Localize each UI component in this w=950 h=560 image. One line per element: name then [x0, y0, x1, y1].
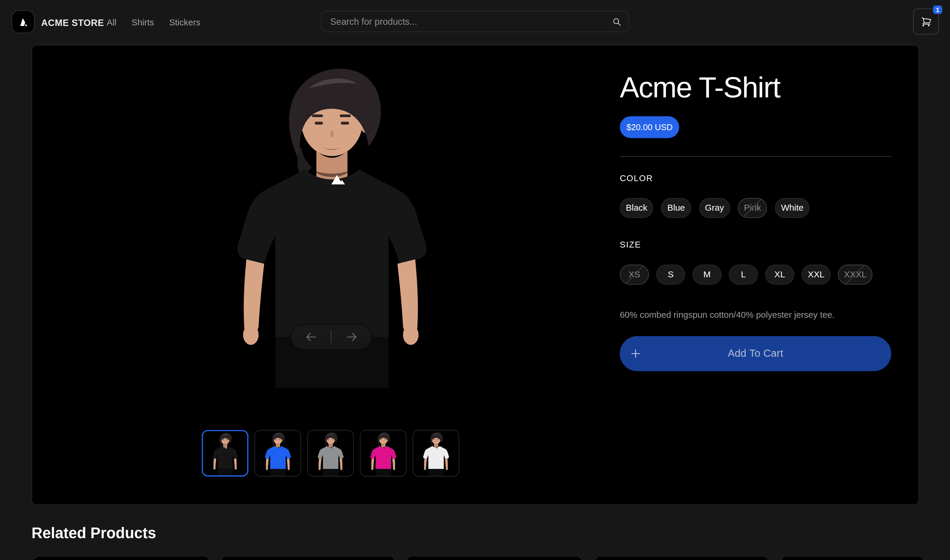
product-card: Acme T-Shirt $20.00 USD COLOR Black Blue… — [32, 45, 919, 505]
image-carousel-controls — [290, 324, 372, 350]
cart-count-badge: 1 — [933, 5, 942, 14]
color-options: Black Blue Gray Pink White — [620, 198, 810, 218]
arrow-right-icon — [346, 331, 357, 343]
size-option-xxl[interactable]: XXL — [802, 265, 831, 285]
color-option-label: COLOR — [620, 173, 653, 183]
thumbnail-gray[interactable] — [307, 429, 354, 476]
related-products-heading: Related Products — [32, 524, 156, 542]
related-product-card[interactable] — [594, 556, 769, 560]
search-bar — [321, 11, 629, 32]
thumbnail-black[interactable] — [202, 429, 248, 476]
size-option-m[interactable]: M — [692, 265, 722, 285]
add-to-cart-button[interactable]: Add To Cart — [620, 336, 891, 371]
color-option-pink[interactable]: Pink — [738, 198, 767, 218]
search-input[interactable] — [322, 16, 628, 26]
arrow-left-icon — [305, 331, 316, 343]
thumbnail-blue[interactable] — [254, 429, 301, 476]
product-description: 60% combed ringspun cotton/40% polyester… — [620, 309, 834, 320]
brand-name[interactable]: ACME STORE — [41, 18, 104, 28]
divider — [620, 156, 891, 156]
nav-link-shirts[interactable]: Shirts — [132, 18, 154, 28]
product-title: Acme T-Shirt — [620, 72, 780, 103]
add-to-cart-label: Add To Cart — [728, 347, 783, 359]
thumbnail-strip — [202, 429, 459, 476]
nav-link-stickers[interactable]: Stickers — [169, 18, 200, 28]
color-option-gray[interactable]: Gray — [699, 198, 730, 218]
size-option-s[interactable]: S — [656, 265, 685, 285]
thumbnail-pink[interactable] — [360, 429, 407, 476]
related-product-card[interactable] — [781, 556, 924, 560]
size-option-xl[interactable]: XL — [765, 265, 794, 285]
related-product-card[interactable] — [33, 556, 210, 560]
next-image-button[interactable] — [332, 324, 372, 349]
plus-icon — [629, 347, 642, 359]
acme-triangle-icon — [18, 17, 28, 27]
related-product-card[interactable] — [221, 556, 395, 560]
size-options: XS S M L XL XXL XXXL — [620, 265, 872, 285]
size-option-l[interactable]: L — [729, 265, 758, 285]
thumbnail-white[interactable] — [413, 429, 460, 476]
nav-links: All Shirts Stickers — [106, 18, 200, 28]
price-badge: $20.00 USD — [620, 116, 679, 138]
previous-image-button[interactable] — [291, 324, 331, 349]
color-option-white[interactable]: White — [775, 198, 810, 218]
nav-link-all[interactable]: All — [106, 18, 116, 28]
cart-widget: 1 — [913, 9, 939, 34]
related-product-card[interactable] — [406, 556, 582, 560]
search-icon — [612, 17, 622, 26]
color-option-blue[interactable]: Blue — [661, 198, 691, 218]
size-option-xxxl[interactable]: XXXL — [838, 265, 872, 285]
store-logo[interactable] — [11, 10, 34, 33]
size-option-label: SIZE — [620, 240, 641, 249]
color-option-black[interactable]: Black — [620, 198, 653, 218]
size-option-xs[interactable]: XS — [620, 265, 649, 285]
navbar: ACME STORE All Shirts Stickers 1 — [0, 0, 950, 44]
cart-icon — [921, 16, 931, 27]
